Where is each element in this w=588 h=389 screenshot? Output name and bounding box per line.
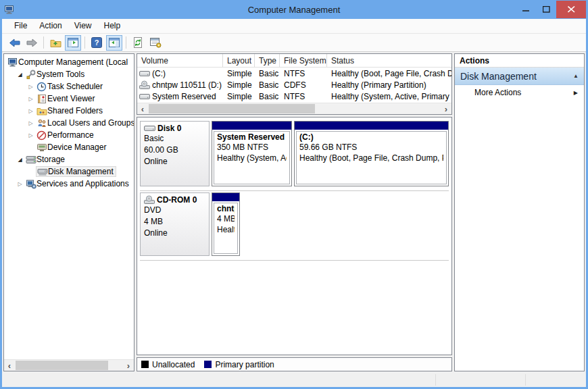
- performance-icon: [36, 130, 47, 140]
- tree-item-system-tools[interactable]: ◢ System Tools: [4, 68, 134, 80]
- disk-management-console-button[interactable]: [147, 35, 164, 51]
- help-button[interactable]: ?: [89, 35, 105, 51]
- tree-item-local-users-and-groups[interactable]: ▷ Local Users and Groups: [4, 117, 134, 129]
- volume-list-pane: Volume Layout Type File System Status (C…: [137, 53, 452, 115]
- folder-up-icon: [50, 38, 62, 47]
- legend-primary-partition: Primary partition: [204, 360, 274, 369]
- refresh-icon: [133, 37, 143, 48]
- scroll-right-icon[interactable]: ›: [441, 104, 451, 114]
- volume-row-d[interactable]: chntpw 110511 (D:) Simple Basic CDFS Hea…: [137, 79, 451, 90]
- title-bar[interactable]: Computer Management: [2, 0, 586, 19]
- menu-help[interactable]: Help: [98, 19, 127, 33]
- column-header-status[interactable]: Status: [327, 54, 451, 67]
- menu-file[interactable]: File: [8, 19, 33, 33]
- tree-item-services-and-applications[interactable]: ▷ Services and Applications: [4, 178, 134, 190]
- volume-name: System Reserved: [152, 92, 216, 101]
- volume-layout: Simple: [223, 92, 255, 101]
- partition-d[interactable]: chntpw 110511 (D:) 4 MB Healthy (Primary…: [212, 192, 240, 256]
- volume-list-horizontal-scrollbar[interactable]: ‹ ›: [137, 103, 451, 114]
- column-header-file-system[interactable]: File System: [280, 54, 327, 67]
- partition-health: Healthy (Primary Partition): [217, 224, 235, 235]
- shared-folders-icon: [36, 106, 47, 115]
- drive-icon: [139, 93, 150, 101]
- cd-rom-0-info[interactable]: CD-ROM 0 DVD 4 MB Online: [140, 192, 210, 256]
- tree-item-task-scheduler[interactable]: ▷ Task Scheduler: [4, 80, 134, 93]
- volume-file-system: CDFS: [280, 80, 327, 90]
- close-button[interactable]: [556, 1, 586, 18]
- more-actions-item[interactable]: More Actions ▶: [455, 85, 584, 100]
- show-action-pane-button[interactable]: [106, 35, 122, 51]
- partition-system-reserved[interactable]: System Reserved 350 MB NTFS Healthy (Sys…: [212, 121, 292, 186]
- action-pane-icon: [109, 38, 120, 47]
- tree-item-performance[interactable]: ▷ Performance: [4, 129, 134, 141]
- scroll-right-icon[interactable]: ›: [123, 361, 134, 371]
- partition-size: 350 MB NTFS: [217, 142, 287, 153]
- volume-status: Healthy (Primary Partition): [327, 80, 451, 90]
- refresh-button[interactable]: [130, 35, 146, 51]
- expander-icon[interactable]: ▷: [26, 96, 36, 102]
- tree-item-event-viewer[interactable]: ▷ Event Viewer: [4, 93, 134, 105]
- legend-label: Unallocated: [152, 360, 195, 369]
- tree-item-label: Event Viewer: [47, 94, 95, 103]
- hard-disk-icon: [144, 124, 155, 132]
- menu-action[interactable]: Action: [33, 19, 68, 33]
- scrollbar-thumb[interactable]: [149, 104, 315, 113]
- submenu-arrow-icon: ▶: [574, 90, 578, 96]
- disk-0-row: Disk 0 Basic 60.00 GB Online System Rese…: [140, 121, 449, 191]
- menu-view[interactable]: View: [68, 19, 98, 33]
- collapse-arrow-icon[interactable]: ▲: [573, 73, 579, 79]
- expander-icon[interactable]: ▷: [26, 84, 36, 90]
- forward-button[interactable]: [24, 35, 40, 51]
- cd-icon: [139, 80, 150, 90]
- up-one-level-button[interactable]: [47, 35, 64, 51]
- disk-name: Disk 0: [157, 124, 181, 133]
- tree-item-storage[interactable]: ◢ Storage: [4, 153, 134, 165]
- scrollbar-thumb[interactable]: [16, 361, 108, 370]
- scroll-left-icon[interactable]: ‹: [4, 361, 15, 371]
- volume-row-c[interactable]: (C:) Simple Basic NTFS Healthy (Boot, Pa…: [137, 68, 451, 79]
- tree-item-computer-management[interactable]: Computer Management (Local: [4, 56, 134, 68]
- tree-horizontal-scrollbar[interactable]: ‹ ›: [4, 359, 134, 371]
- expander-icon[interactable]: ◢: [15, 72, 25, 78]
- column-header-volume[interactable]: Volume: [137, 54, 223, 67]
- cd-rom-0-row: CD-ROM 0 DVD 4 MB Online chntpw 110511 (…: [140, 192, 449, 261]
- scroll-left-icon[interactable]: ‹: [137, 104, 148, 114]
- local-users-icon: [36, 118, 47, 128]
- partition-size: 4 MB: [217, 213, 235, 224]
- volume-type: Basic: [255, 80, 280, 90]
- disk-kind: DVD: [144, 205, 209, 216]
- expander-icon[interactable]: ◢: [15, 157, 25, 163]
- maximize-button[interactable]: [536, 1, 556, 18]
- actions-group-label: Disk Management: [460, 71, 537, 82]
- expander-icon[interactable]: ▷: [26, 108, 36, 114]
- partition-c[interactable]: (C:) 59.66 GB NTFS Healthy (Boot, Page F…: [294, 121, 449, 186]
- volume-status: Healthy (Boot, Page File, Crash Dump, Pr…: [327, 69, 451, 78]
- storage-icon: [25, 155, 36, 164]
- tree-item-device-manager[interactable]: Device Manager: [4, 141, 134, 153]
- tree-item-label: Task Scheduler: [47, 82, 103, 91]
- volume-row-system-reserved[interactable]: System Reserved Simple Basic NTFS Health…: [137, 90, 451, 102]
- volume-layout: Simple: [223, 80, 255, 90]
- disk-management-view: Volume Layout Type File System Status (C…: [137, 53, 452, 371]
- actions-group-disk-management[interactable]: Disk Management ▲: [455, 68, 584, 85]
- show-console-tree-button[interactable]: [65, 35, 81, 51]
- minimize-button[interactable]: [516, 1, 536, 18]
- column-header-type[interactable]: Type: [255, 54, 280, 67]
- expander-icon[interactable]: ▷: [26, 120, 36, 126]
- cd-rom-icon: [144, 195, 155, 205]
- column-header-layout[interactable]: Layout: [223, 54, 255, 67]
- disk-size: 4 MB: [144, 216, 209, 228]
- legend-unallocated: Unallocated: [141, 360, 195, 369]
- tree-item-disk-management[interactable]: Disk Management: [4, 165, 134, 178]
- expander-icon[interactable]: ▷: [26, 132, 36, 138]
- disk-0-info[interactable]: Disk 0 Basic 60.00 GB Online: [140, 121, 210, 186]
- expander-icon[interactable]: ▷: [15, 181, 25, 187]
- status-bar: [2, 373, 586, 387]
- disk-size: 60.00 GB: [144, 145, 209, 156]
- partition-color-bar: [212, 122, 291, 130]
- disk-status: Online: [144, 156, 209, 167]
- tree-item-shared-folders[interactable]: ▷ Shared Folders: [4, 105, 134, 117]
- tree-item-label: Storage: [36, 155, 65, 164]
- back-button[interactable]: [6, 35, 22, 51]
- partition-name: System Reserved: [217, 132, 287, 142]
